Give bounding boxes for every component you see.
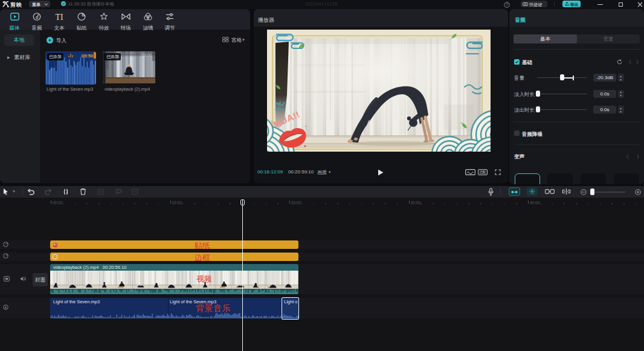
svg-text:TI: TI — [55, 13, 63, 21]
svg-text:?: ? — [506, 2, 508, 7]
